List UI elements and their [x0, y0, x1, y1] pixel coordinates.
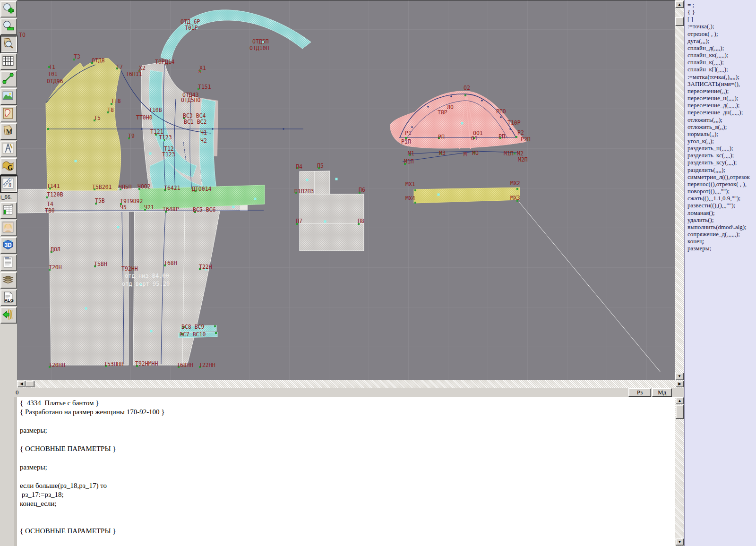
- command-item[interactable]: пересечение_н(,,,,);: [687, 94, 756, 102]
- canvas-label: Т3: [74, 53, 80, 60]
- canvas-label: Ч1: [200, 129, 207, 136]
- command-item[interactable]: разделить_ксу(,,,,);: [687, 159, 756, 166]
- command-item[interactable]: отрезок( , );: [687, 30, 756, 37]
- canvas-label: Т120В: [47, 191, 63, 198]
- canvas-label: ОТД96: [47, 78, 63, 85]
- command-item[interactable]: размеры;: [687, 245, 756, 252]
- canvas-label: Р2: [517, 129, 524, 136]
- size-table-icon[interactable]: [0, 202, 17, 219]
- command-item[interactable]: пересечение_д(,,,,,);: [687, 102, 756, 109]
- hscroll-thumb[interactable]: [26, 381, 34, 387]
- algorithm-editor[interactable]: { 4334 Платье с бантом }{ Разработано на…: [14, 397, 678, 546]
- pattern-m-icon[interactable]: M: [0, 123, 17, 140]
- pattern-sketch-icon[interactable]: [0, 106, 17, 122]
- canvas-label: Х1: [199, 65, 206, 71]
- canvas-label: Т20Н: [49, 264, 62, 271]
- command-item[interactable]: перенос((),отрезок( , ),: [687, 180, 756, 188]
- command-item[interactable]: пересечение(,,);: [687, 87, 756, 94]
- green-point-marker: [516, 188, 518, 190]
- vscroll-thumb[interactable]: [675, 17, 684, 26]
- command-item[interactable]: пересечение_дн(,,,,,);: [687, 109, 756, 116]
- editor-vscrollbar[interactable]: ▲ ▼: [675, 397, 684, 546]
- command-item[interactable]: сплайн_кк(,,,,,);: [687, 51, 756, 59]
- command-item[interactable]: поворот((),,,,"");: [687, 188, 756, 195]
- canvas-label: Т1: [49, 64, 55, 70]
- command-item[interactable]: развести((),(),,,"");: [687, 202, 756, 209]
- command-item[interactable]: симметрия_л((),отрезок: [687, 173, 756, 180]
- command-item[interactable]: выполнить(dmod\.alg);: [687, 223, 756, 230]
- editor-scroll-thumb[interactable]: [676, 405, 684, 419]
- command-item[interactable]: разделить_н(,,,,,);: [687, 145, 756, 152]
- canvas-label: ОТД8: [92, 57, 105, 64]
- zoom-region-icon[interactable]: [0, 36, 17, 52]
- md-button[interactable]: Мд: [652, 388, 672, 397]
- exit-arrow-icon[interactable]: [0, 307, 17, 324]
- view-3d-icon[interactable]: 3D: [0, 237, 17, 254]
- command-item[interactable]: разделить(,,,,);: [687, 166, 756, 173]
- image-icon[interactable]: [0, 88, 17, 105]
- rz-button[interactable]: Рз: [628, 388, 651, 397]
- drafting-tools-icon[interactable]: [0, 141, 17, 157]
- command-item[interactable]: { }: [687, 9, 756, 16]
- editor-line: конец_если;: [20, 499, 678, 508]
- command-item[interactable]: угол_к(,,);: [687, 137, 756, 145]
- segment-icon[interactable]: [0, 71, 17, 87]
- document-text-icon[interactable]: [0, 255, 17, 271]
- green-point-marker: [414, 202, 416, 204]
- command-item[interactable]: конец;: [687, 238, 756, 245]
- canvas-label: Ч5: [120, 204, 127, 211]
- command-item[interactable]: отложить(,,,);: [687, 116, 756, 123]
- command-item[interactable]: нормаль(,,);: [687, 130, 756, 137]
- canvas-hscrollbar[interactable]: ◀ ▶: [17, 380, 684, 388]
- editor-scroll-up-icon[interactable]: ▲: [676, 397, 684, 404]
- green-point-marker: [514, 153, 515, 154]
- drawing-canvas[interactable]: ТООТД_6РТ01РОТД5ПОТД10ПТ3ОТД8Т7Т1Т01ОТД9…: [17, 0, 675, 381]
- canvas-label: ДТО014: [192, 186, 212, 192]
- command-item[interactable]: сплайн_к[](,,,,);: [687, 66, 756, 73]
- command-item[interactable]: дуга(,,,);: [687, 37, 756, 44]
- command-item[interactable]: ЗАПИСАТЬ(имя=(),: [687, 80, 756, 87]
- canvas-label: ТТ0Н0: [136, 114, 153, 121]
- command-item[interactable]: сопряжение_д(,,,,,,);: [687, 230, 756, 238]
- command-item[interactable]: разделить_кс(,,,,);: [687, 152, 756, 159]
- command-item[interactable]: ломаная();: [687, 209, 756, 216]
- zoom-in-icon[interactable]: [0, 1, 17, 17]
- navy-point-marker: [500, 116, 502, 118]
- editor-line: размеры;: [20, 463, 678, 472]
- command-item[interactable]: сплайн_д(,,,,);: [687, 44, 756, 51]
- zoom-out-icon[interactable]: [0, 18, 17, 35]
- canvas-label: Т648Р: [163, 206, 179, 213]
- status-bar: 0 Рз Мд: [0, 388, 684, 397]
- canvas-label: ЧОО2: [137, 183, 151, 190]
- canvas-label: МХ3: [510, 195, 520, 201]
- ruler-gauge-icon[interactable]: 8: [0, 176, 17, 192]
- algorithm-doc-icon[interactable]: ALG: [0, 290, 17, 306]
- navy-point-marker: [212, 128, 214, 130]
- canvas-label: Т7: [116, 64, 123, 70]
- scroll-up-icon[interactable]: ▲: [675, 1, 684, 8]
- command-item[interactable]: [ ]: [687, 16, 756, 23]
- cyan-point-marker: [335, 178, 338, 180]
- scroll-left-icon[interactable]: ◀: [17, 381, 26, 387]
- command-item[interactable]: :=точка(,);: [687, 23, 756, 30]
- command-item[interactable]: :=метка(точка(,),,,,);: [687, 73, 756, 80]
- editor-scroll-down-icon[interactable]: ▼: [676, 538, 684, 546]
- canvas-label: М: [464, 151, 467, 158]
- scroll-down-icon[interactable]: ▼: [675, 373, 684, 380]
- editor-line: [20, 472, 678, 481]
- canvas-label: Т9Т9В92: [120, 198, 143, 205]
- canvas-label: Ч2: [200, 137, 207, 144]
- command-item[interactable]: сплайн_к(,,,,);: [687, 59, 756, 66]
- layers-books-icon[interactable]: [0, 272, 17, 289]
- canvas-label: Х2: [139, 65, 146, 71]
- command-item[interactable]: = ;: [687, 1, 756, 9]
- command-item[interactable]: сжать((),,,1.1,0.9,"");: [687, 195, 756, 202]
- scroll-right-icon[interactable]: ▶: [676, 381, 684, 387]
- model-photo-icon[interactable]: [0, 220, 17, 236]
- canvas-vscrollbar[interactable]: ▲ ▼: [675, 0, 684, 380]
- command-item[interactable]: удалить();: [687, 216, 756, 223]
- editor-line: [20, 509, 678, 518]
- command-item[interactable]: отложить_в(,,);: [687, 123, 756, 130]
- fabric-g-icon[interactable]: G: [0, 158, 17, 175]
- grid-icon[interactable]: [0, 53, 17, 70]
